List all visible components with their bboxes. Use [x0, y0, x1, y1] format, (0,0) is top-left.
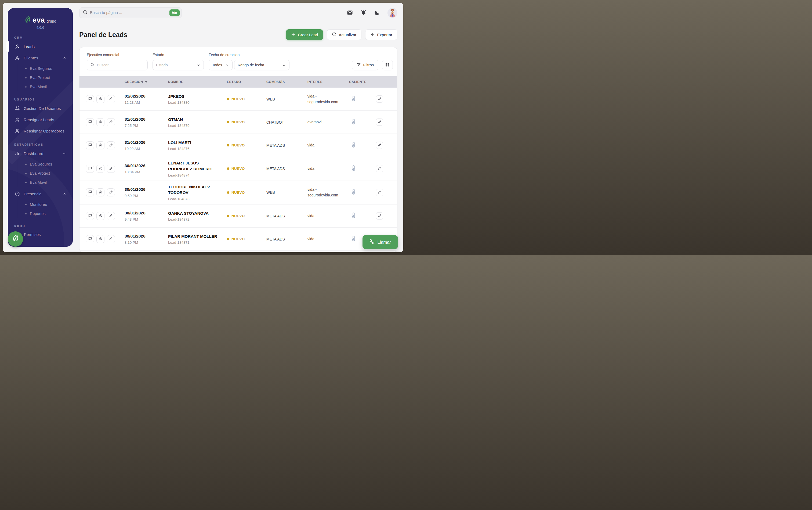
columns-view-button[interactable]	[382, 60, 393, 70]
assign-user-button[interactable]	[96, 165, 104, 173]
interest-cell: vida - segurodevida.com	[307, 93, 349, 105]
export-button[interactable]: Exportar	[365, 29, 397, 40]
interest-cell: vida	[307, 236, 349, 242]
sidebar-item-clientes[interactable]: Clientes	[12, 52, 68, 63]
subitem-label: Eva Seguros	[30, 66, 52, 71]
refresh-button[interactable]: Actualizar	[327, 29, 361, 40]
assign-user-button[interactable]	[96, 141, 104, 149]
sidebar-item-reasignar-operadores[interactable]: Reasignar Operadores	[12, 125, 68, 137]
sidebar-item-reasignar-leads[interactable]: Reasignar Leads	[12, 114, 68, 125]
chevron-up-icon[interactable]	[62, 151, 66, 155]
row-edit-button[interactable]	[376, 95, 383, 103]
assign-user-button[interactable]	[96, 235, 104, 243]
comment-button[interactable]	[86, 212, 94, 220]
sidebar-subitem-eva-movil[interactable]: Eva Móvil	[17, 82, 68, 91]
sidebar-subitem-eva-seguros[interactable]: Eva Seguros	[17, 160, 68, 169]
column-header-caliente[interactable]: CALIENTE	[349, 80, 376, 84]
thermometer-icon	[351, 98, 356, 103]
chevron-up-icon[interactable]	[62, 56, 66, 60]
estado-select[interactable]: Estado	[152, 60, 204, 70]
edit-button[interactable]	[107, 235, 115, 243]
comment-button[interactable]	[86, 95, 94, 103]
exec-search-box[interactable]	[87, 60, 148, 70]
sidebar-item-label: Gestión De Usuarios	[24, 106, 61, 111]
user-avatar[interactable]	[388, 8, 397, 18]
sidebar-item-label: Clientes	[24, 56, 38, 60]
column-header-compania[interactable]: COMPAÑÍA	[266, 80, 307, 84]
status-label: NUEVO	[232, 143, 245, 147]
table-row[interactable]: 30/01/2026 10:04 PM LENART JESUS RODRIGU…	[80, 157, 397, 181]
edit-button[interactable]	[107, 141, 115, 149]
global-search[interactable]: ⌘K	[79, 7, 182, 18]
row-edit-button[interactable]	[376, 165, 383, 172]
sidebar-item-dashboard[interactable]: Dashboard	[12, 148, 68, 159]
table-row[interactable]: 30/01/2026 8:10 PM PILAR MORANT MOLLER L…	[80, 228, 397, 251]
interest-cell: vida	[307, 213, 349, 219]
sidebar-item-presencia[interactable]: Presencia	[12, 188, 68, 199]
sidebar-subitem-eva-protect[interactable]: Eva Protect	[17, 73, 68, 82]
subitem-label: Reportes	[30, 211, 46, 216]
edit-button[interactable]	[107, 212, 115, 220]
mail-icon[interactable]	[347, 9, 353, 16]
notifications-bell-icon[interactable]	[360, 9, 367, 16]
creation-date: 31/01/2026	[125, 117, 168, 122]
call-button[interactable]: Llamar	[362, 235, 398, 249]
lead-name: TEODORE NIKOLAEV TODOROV	[168, 184, 223, 196]
column-header-estado[interactable]: ESTADO	[227, 80, 266, 84]
sidebar-subitem-monitoreo[interactable]: Monitoreo	[17, 200, 68, 209]
column-header-interes[interactable]: INTERÉS	[307, 80, 349, 84]
table-row[interactable]: 30/01/2026 9:59 PM TEODORE NIKOLAEV TODO…	[80, 181, 397, 205]
filtros-button[interactable]: Filtros	[352, 60, 378, 70]
sidebar-subitem-reportes[interactable]: Reportes	[17, 209, 68, 218]
dark-mode-moon-icon[interactable]	[374, 10, 380, 16]
edit-button[interactable]	[107, 188, 115, 196]
comment-button[interactable]	[86, 118, 94, 126]
sidebar-subitem-eva-seguros[interactable]: Eva Seguros	[17, 64, 68, 73]
column-header-creacion[interactable]: CREACIÓN	[125, 80, 168, 84]
lead-id: Lead-184872	[168, 217, 223, 221]
thermometer-icon	[351, 238, 356, 243]
edit-button[interactable]	[107, 165, 115, 173]
sidebar-subitem-eva-movil[interactable]: Eva Móvil	[17, 178, 68, 187]
brand-logo: eva grupo	[12, 15, 68, 24]
column-header-nombre[interactable]: NOMBRE	[168, 80, 227, 84]
assign-user-button[interactable]	[96, 212, 104, 220]
table-row[interactable]: 30/01/2026 9:43 PM GANKA STOYANOVA Lead-…	[80, 204, 397, 228]
comment-button[interactable]	[86, 165, 94, 173]
sidebar-item-leads[interactable]: Leads	[12, 41, 68, 52]
row-edit-button[interactable]	[376, 212, 383, 220]
assign-user-button[interactable]	[96, 118, 104, 126]
chat-bubble-icon	[88, 120, 92, 125]
subitem-label: Monitoreo	[30, 202, 47, 207]
todos-select[interactable]: Todos	[209, 60, 233, 70]
table-row[interactable]: 31/01/2026 10:22 AM LOLI MARTI Lead-1848…	[80, 134, 397, 157]
user-plus-icon	[98, 214, 102, 219]
comment-button[interactable]	[86, 235, 94, 243]
comment-button[interactable]	[86, 141, 94, 149]
assistant-leaf-button[interactable]	[8, 231, 23, 247]
page-title: Panel de Leads	[79, 31, 127, 39]
row-edit-button[interactable]	[376, 118, 383, 126]
table-row[interactable]: 31/01/2026 7:25 PM OTMAN Lead-184879 NUE…	[80, 111, 397, 134]
table-row[interactable]: 01/02/2026 12:23 AM JPKEOS Lead-184880 N…	[80, 88, 397, 111]
user-star-icon	[14, 55, 20, 61]
row-edit-button[interactable]	[376, 142, 383, 149]
sidebar-item-label: Reasignar Leads	[24, 117, 54, 122]
exec-search-input[interactable]	[97, 63, 144, 67]
subitem-label: Eva Móvil	[30, 85, 47, 89]
edit-button[interactable]	[107, 95, 115, 103]
create-lead-button[interactable]: Crear Lead	[286, 29, 323, 40]
sidebar-item-gestion-usuarios[interactable]: Gestión De Usuarios	[12, 103, 68, 114]
user-plus-icon	[98, 97, 102, 102]
app-version: 4.0.0	[12, 26, 68, 30]
assign-user-button[interactable]	[96, 95, 104, 103]
assign-user-button[interactable]	[96, 188, 104, 196]
row-edit-button[interactable]	[376, 189, 383, 196]
edit-button[interactable]	[107, 118, 115, 126]
chevron-up-icon[interactable]	[62, 192, 66, 196]
search-input[interactable]	[90, 10, 179, 15]
comment-button[interactable]	[86, 188, 94, 196]
sidebar-subitem-eva-protect[interactable]: Eva Protect	[17, 169, 68, 178]
table-row[interactable]: 30/01/2026 JOSÉ JAVIER DÍEZ PÉREZ NUEVO …	[80, 251, 397, 252]
rango-fecha-select[interactable]: Rango de fecha	[234, 60, 290, 70]
